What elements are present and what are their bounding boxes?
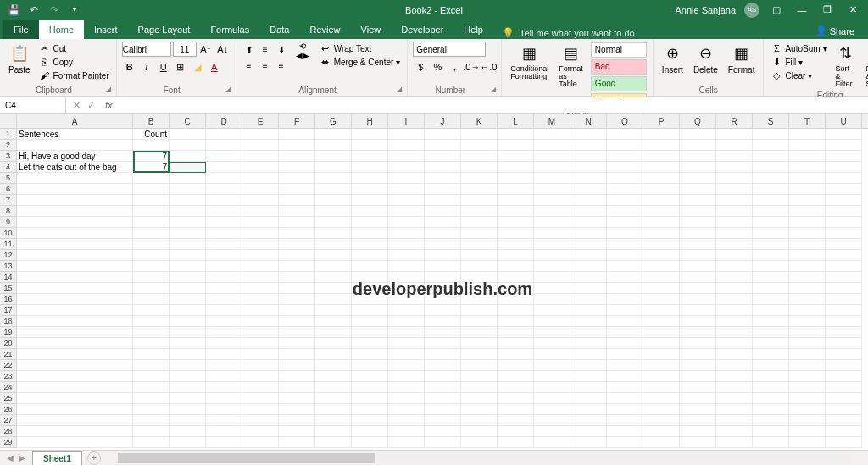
tab-file[interactable]: File: [3, 20, 39, 39]
cell[interactable]: [206, 338, 242, 349]
cell[interactable]: [461, 272, 498, 283]
align-right-icon[interactable]: ≡: [274, 58, 289, 73]
row-header[interactable]: 24: [0, 382, 17, 393]
row-header[interactable]: 17: [0, 305, 17, 316]
cell[interactable]: [206, 327, 242, 338]
ribbon-options-icon[interactable]: ▢: [768, 3, 785, 17]
cell[interactable]: 7: [133, 162, 170, 173]
cell[interactable]: [352, 239, 388, 250]
cell[interactable]: [643, 184, 680, 195]
row-header[interactable]: 14: [0, 272, 17, 283]
cell[interactable]: [388, 349, 425, 360]
cell[interactable]: [170, 129, 206, 140]
cell[interactable]: [279, 305, 315, 316]
cell[interactable]: [498, 140, 534, 151]
cell[interactable]: [826, 261, 862, 272]
cell[interactable]: [352, 151, 388, 162]
cell[interactable]: [242, 195, 279, 206]
decrease-decimal-icon[interactable]: ←.0: [481, 59, 496, 75]
cell[interactable]: [425, 283, 461, 294]
cell[interactable]: [753, 283, 789, 294]
cell[interactable]: [206, 195, 242, 206]
cell[interactable]: [643, 162, 680, 173]
cell[interactable]: [206, 382, 242, 393]
cell[interactable]: [680, 195, 716, 206]
cell[interactable]: [170, 206, 206, 217]
row-header[interactable]: 29: [0, 437, 17, 448]
col-header-m[interactable]: M: [534, 114, 570, 128]
cell[interactable]: [607, 217, 643, 228]
cell[interactable]: [534, 371, 570, 382]
cell[interactable]: [607, 404, 643, 415]
cell[interactable]: [315, 415, 352, 426]
cell[interactable]: [716, 404, 753, 415]
cell[interactable]: [534, 250, 570, 261]
cell[interactable]: [170, 382, 206, 393]
cell[interactable]: [607, 283, 643, 294]
cell[interactable]: [826, 437, 862, 448]
cell[interactable]: [242, 228, 279, 239]
cell[interactable]: [17, 316, 133, 327]
cell[interactable]: [315, 426, 352, 437]
cell[interactable]: [242, 173, 279, 184]
cell[interactable]: [643, 151, 680, 162]
cell[interactable]: [753, 349, 789, 360]
user-name[interactable]: Annie Sanjana: [675, 5, 736, 15]
cell[interactable]: [461, 338, 498, 349]
cell[interactable]: [425, 140, 461, 151]
cell[interactable]: [425, 173, 461, 184]
cell[interactable]: [680, 184, 716, 195]
cell[interactable]: [315, 272, 352, 283]
cell[interactable]: [643, 415, 680, 426]
cell[interactable]: [826, 294, 862, 305]
style-normal[interactable]: Normal: [591, 42, 647, 58]
col-header-i[interactable]: I: [388, 114, 425, 128]
cell[interactable]: [826, 371, 862, 382]
cell[interactable]: [607, 294, 643, 305]
cell[interactable]: [570, 173, 607, 184]
cell[interactable]: [826, 415, 862, 426]
cell[interactable]: [425, 316, 461, 327]
cell[interactable]: [680, 228, 716, 239]
cell[interactable]: [425, 195, 461, 206]
cell[interactable]: [789, 283, 826, 294]
cell[interactable]: [643, 250, 680, 261]
cell[interactable]: [607, 437, 643, 448]
cell[interactable]: [315, 151, 352, 162]
cell[interactable]: [534, 316, 570, 327]
cell[interactable]: [315, 371, 352, 382]
cell[interactable]: [680, 305, 716, 316]
cell[interactable]: [570, 382, 607, 393]
cell[interactable]: [315, 327, 352, 338]
cell[interactable]: [206, 239, 242, 250]
cell[interactable]: [680, 360, 716, 371]
cell[interactable]: [17, 338, 133, 349]
cell[interactable]: [826, 173, 862, 184]
cell[interactable]: [753, 261, 789, 272]
user-avatar[interactable]: AS: [744, 3, 760, 18]
cell[interactable]: [315, 239, 352, 250]
cell[interactable]: [388, 283, 425, 294]
cell[interactable]: [680, 294, 716, 305]
cell[interactable]: [279, 415, 315, 426]
cell[interactable]: [826, 129, 862, 140]
cell[interactable]: [461, 129, 498, 140]
cell[interactable]: [753, 228, 789, 239]
cell[interactable]: [388, 162, 425, 173]
col-header-p[interactable]: P: [643, 114, 680, 128]
cell[interactable]: [826, 195, 862, 206]
cell[interactable]: [425, 217, 461, 228]
wrap-text-button[interactable]: ↩Wrap Text: [318, 42, 403, 55]
row-header[interactable]: 13: [0, 261, 17, 272]
cell[interactable]: [753, 437, 789, 448]
tab-data[interactable]: Data: [259, 20, 299, 39]
cell[interactable]: [826, 305, 862, 316]
cell[interactable]: [643, 228, 680, 239]
cell[interactable]: [570, 272, 607, 283]
cell[interactable]: [279, 228, 315, 239]
cell[interactable]: [753, 217, 789, 228]
cell[interactable]: [425, 360, 461, 371]
cell[interactable]: [716, 250, 753, 261]
cell[interactable]: [17, 404, 133, 415]
cell[interactable]: [133, 239, 170, 250]
